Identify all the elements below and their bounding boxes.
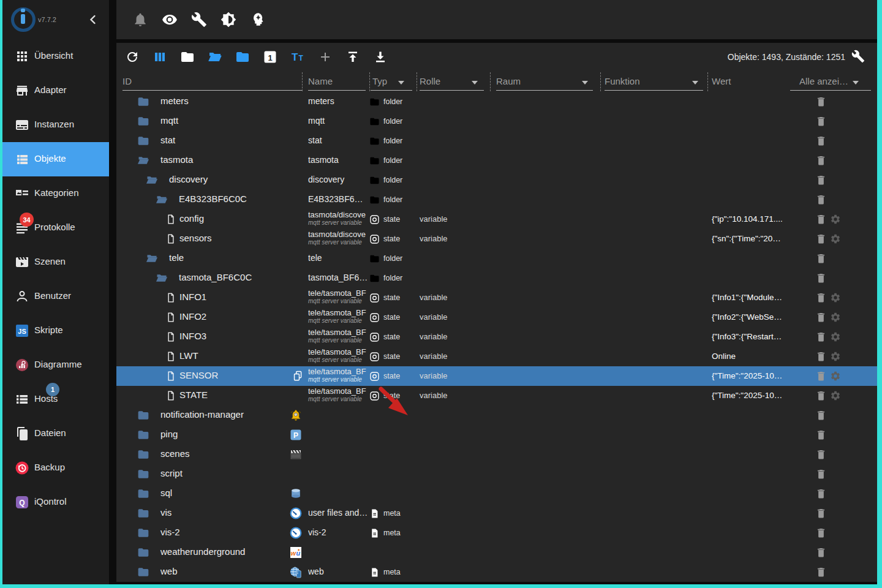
file-icon[interactable]	[165, 233, 176, 244]
sidebar-item-protokolle[interactable]: Protokolle34	[2, 211, 109, 245]
sidebar-item-hosts[interactable]: Hosts1	[2, 382, 109, 417]
table-row[interactable]: statstatfolder	[116, 131, 877, 151]
sidebar-item-benutzer[interactable]: Benutzer	[2, 279, 109, 314]
delete-icon[interactable]	[815, 527, 827, 539]
sidebar-item-uebersicht[interactable]: Übersicht	[2, 39, 109, 74]
file-icon[interactable]	[165, 351, 176, 362]
folder-icon[interactable]	[137, 546, 149, 559]
delete-icon[interactable]	[815, 546, 827, 559]
copy-icon[interactable]	[292, 370, 304, 382]
table-row[interactable]: LWTtele/tasmota_BFmqtt server variablest…	[116, 347, 877, 366]
column-header-raum[interactable]: Raum	[496, 76, 521, 86]
folder-icon[interactable]	[137, 409, 149, 421]
table-row[interactable]: weatherundergroundwu	[116, 543, 877, 562]
sidebar-item-dateien[interactable]: Dateien	[2, 417, 109, 451]
collapse-all-button[interactable]	[180, 50, 195, 64]
table-row[interactable]: tasmotatasmotafolder	[116, 151, 877, 170]
table-row[interactable]: script	[116, 464, 877, 484]
table-row[interactable]: metersmetersfolder	[116, 92, 877, 111]
sidebar-item-skripte[interactable]: JSSkripte	[2, 314, 109, 348]
file-icon[interactable]	[165, 371, 176, 382]
folder-open-icon[interactable]	[156, 272, 168, 284]
folder-icon[interactable]	[137, 96, 149, 108]
delete-icon[interactable]	[815, 272, 827, 284]
sidebar-item-iqontrol[interactable]: QiQontrol	[2, 485, 109, 519]
table-row[interactable]: visuser files and…meta	[116, 503, 877, 523]
table-row[interactable]: scenes	[116, 445, 877, 464]
delete-icon[interactable]	[815, 252, 827, 265]
table-row[interactable]: E4B323BF6C0CE4B323BF6…folder	[116, 190, 877, 209]
visibility-icon[interactable]	[162, 12, 178, 28]
settings-gear-icon[interactable]	[830, 390, 841, 401]
folder-icon[interactable]	[137, 507, 149, 519]
delete-icon[interactable]	[815, 213, 827, 225]
table-row[interactable]: notification-manager	[116, 405, 877, 425]
theme-toggle-icon[interactable]	[221, 12, 236, 28]
settings-gear-icon[interactable]	[830, 292, 841, 303]
table-row[interactable]: discoverydiscoveryfolder	[116, 170, 877, 190]
collapse-sidebar-icon[interactable]	[86, 12, 100, 27]
table-row[interactable]: sql	[116, 484, 877, 503]
maintenance-icon[interactable]	[191, 12, 207, 28]
table-row[interactable]: teletelefolder	[116, 249, 877, 268]
upload-button[interactable]	[345, 50, 360, 64]
folder-icon[interactable]	[137, 566, 149, 578]
delete-icon[interactable]	[815, 292, 827, 304]
delete-icon[interactable]	[815, 488, 827, 500]
delete-icon[interactable]	[815, 96, 827, 108]
column-header-funktion[interactable]: Funktion	[605, 76, 640, 86]
delete-icon[interactable]	[815, 350, 827, 363]
text-size-button[interactable]: TT	[290, 50, 305, 64]
dropdown-arrow-icon[interactable]	[582, 81, 588, 85]
expand-level-1-button[interactable]: 1	[263, 50, 277, 64]
column-header-typ[interactable]: Typ	[372, 76, 387, 86]
folder-icon[interactable]	[137, 488, 149, 500]
delete-icon[interactable]	[815, 174, 827, 186]
file-icon[interactable]	[165, 214, 176, 225]
sidebar-item-instanzen[interactable]: Instanzen	[2, 108, 109, 142]
folder-icon[interactable]	[137, 448, 149, 461]
folder-icon[interactable]	[137, 115, 149, 127]
delete-icon[interactable]	[815, 448, 827, 461]
table-row[interactable]: tasmota_BF6C0Ctasmota_BF6…folder	[116, 268, 877, 288]
delete-icon[interactable]	[815, 429, 827, 441]
file-icon[interactable]	[165, 292, 176, 303]
table-row[interactable]: STATEtele/tasmota_BFmqtt server variable…	[116, 386, 877, 405]
collapse-level-button[interactable]	[235, 50, 250, 64]
file-icon[interactable]	[165, 312, 176, 323]
sidebar-item-backup[interactable]: Backup	[2, 451, 109, 485]
table-row[interactable]: pingP	[116, 425, 877, 445]
delete-icon[interactable]	[815, 233, 827, 245]
folder-open-icon[interactable]	[146, 252, 158, 265]
column-header-wert[interactable]: Wert	[712, 76, 731, 86]
sidebar-item-diagramme[interactable]: Diagramme	[2, 348, 109, 382]
delete-icon[interactable]	[815, 370, 827, 382]
dropdown-arrow-icon[interactable]	[398, 81, 404, 85]
delete-icon[interactable]	[815, 194, 827, 206]
column-header-id[interactable]: ID	[123, 76, 132, 86]
settings-gear-icon[interactable]	[830, 371, 841, 382]
column-header-rolle[interactable]: Rolle	[420, 76, 440, 86]
delete-icon[interactable]	[815, 115, 827, 127]
dropdown-arrow-icon[interactable]	[853, 81, 859, 85]
settings-gear-icon[interactable]	[830, 312, 841, 323]
table-row[interactable]: configtasmota/discovemqtt server variabl…	[116, 209, 877, 229]
refresh-button[interactable]	[125, 50, 140, 64]
dropdown-arrow-icon[interactable]	[692, 81, 698, 85]
sidebar-item-objekte[interactable]: Objekte	[2, 142, 109, 176]
folder-icon[interactable]	[137, 429, 149, 441]
column-header-alle-anzei-[interactable]: Alle anzei…	[799, 76, 848, 86]
settings-gear-icon[interactable]	[830, 214, 841, 225]
table-row[interactable]: webwebmeta	[116, 562, 877, 582]
delete-icon[interactable]	[815, 331, 827, 343]
sidebar-item-szenen[interactable]: Szenen	[2, 245, 109, 279]
folder-icon[interactable]	[137, 527, 149, 539]
folder-icon[interactable]	[137, 135, 149, 147]
table-row[interactable]: sensorstasmota/discovemqtt server variab…	[116, 229, 877, 249]
table-row[interactable]: INFO3tele/tasmota_BFmqtt server variable…	[116, 327, 877, 347]
delete-icon[interactable]	[815, 566, 827, 578]
delete-icon[interactable]	[815, 468, 827, 480]
table-row[interactable]: mqttmqttfolder	[116, 111, 877, 131]
folder-icon[interactable]	[137, 468, 149, 480]
folder-open-icon[interactable]	[156, 194, 168, 206]
